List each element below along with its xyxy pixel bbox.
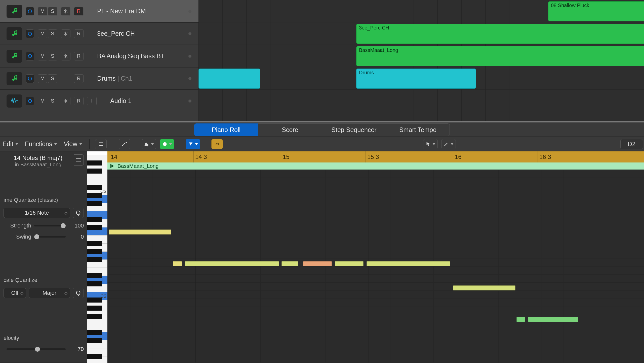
clip[interactable]: 3ee_Perc CH [356,24,644,44]
instrument-icon [7,50,22,63]
track-row[interactable]: MSRBA Analog Seq Bass BT [0,45,198,67]
region-color-icon[interactable] [160,139,174,149]
collapse-icon[interactable] [95,139,107,149]
velocity-label: elocity [4,335,84,341]
track-indicator-icon [188,10,191,13]
scale-quantize-button[interactable]: Q [73,288,84,298]
tab-score[interactable]: Score [258,123,322,136]
edit-menu[interactable]: Edit [1,139,20,149]
ruler-tick: 16 3 [538,151,551,162]
note-indicator: D2 [620,139,643,149]
ruler-tick: 15 [281,151,290,162]
pencil-tool[interactable] [441,139,456,149]
track-name: Audio 1 [110,97,198,105]
swing-slider[interactable]: Swing 0 [4,234,84,240]
clip[interactable] [198,69,260,89]
solo-button[interactable]: S [48,29,57,38]
arrange-area: MSRPL - New Era DMMSR3ee_Perc CHMSRBA An… [0,0,644,121]
solo-button[interactable]: S [48,74,57,83]
ruler-tick: 16 [453,151,462,162]
track-row[interactable]: MSRIAudio 1 [0,90,198,112]
playhead[interactable] [109,151,109,362]
midi-note[interactable] [367,261,450,266]
power-button[interactable] [26,74,34,83]
collapse-inspector-icon[interactable] [73,154,84,166]
time-quantize-select[interactable]: 1/16 Note [4,208,70,218]
record-button[interactable]: R [74,97,84,105]
region-header[interactable]: BassMaaat_Long [107,162,644,170]
midi-note[interactable] [303,261,332,266]
mute-button[interactable]: M [38,29,47,38]
freeze-button[interactable] [61,29,70,38]
link-icon[interactable] [211,139,223,149]
quantize-button[interactable]: Q [73,208,84,218]
automation-curve-icon[interactable] [119,139,130,149]
waveform-icon [7,94,22,108]
freeze-button[interactable] [61,97,70,105]
clip[interactable]: BassMaaat_Long [356,46,644,66]
input-monitor-button[interactable]: I [87,97,97,105]
mute-button[interactable]: M [38,74,47,83]
record-button[interactable]: R [74,7,84,16]
track-row[interactable]: MSR3ee_Perc CH [0,22,198,45]
track-indicator-icon [188,77,191,80]
note-color-icon[interactable] [142,139,156,149]
freeze-button[interactable] [61,52,70,60]
scale-key-select[interactable]: Off [4,288,26,298]
functions-menu[interactable]: Functions [23,139,59,149]
power-button[interactable] [26,97,34,105]
scale-quantize-label: cale Quantize [4,277,84,283]
record-button[interactable]: R [74,52,84,60]
midi-note[interactable] [173,261,182,266]
record-button[interactable]: R [74,74,84,83]
midi-note[interactable] [281,261,298,266]
solo-button[interactable]: S [48,97,57,105]
ruler-tick: 15 3 [366,151,379,162]
power-button[interactable] [26,7,34,16]
mute-button[interactable]: M [38,52,47,60]
solo-button[interactable]: S [48,7,57,16]
strength-slider[interactable]: Strength 100 [4,222,84,229]
midi-note[interactable] [516,317,525,322]
track-name: 3ee_Perc CH [97,30,198,37]
record-button[interactable]: R [74,29,84,38]
freeze-button[interactable] [61,7,70,16]
svg-point-6 [126,142,127,143]
midi-note[interactable] [453,285,515,290]
piano-keys[interactable]: C3C2 [87,151,107,362]
power-button[interactable] [26,29,34,38]
power-button[interactable] [26,52,34,60]
track-name: BA Analog Seq Bass BT [97,52,198,60]
track-name: PL - New Era DM [97,8,198,15]
play-region-icon[interactable] [110,164,115,168]
pointer-tool[interactable] [423,139,438,149]
editor-toolbar: Edit Functions View D2 [0,137,644,151]
view-menu[interactable]: View [62,139,84,149]
mute-button[interactable]: M [38,97,47,105]
tab-piano-roll[interactable]: Piano Roll [194,123,258,136]
svg-point-7 [145,145,146,146]
instrument-icon [7,5,22,18]
midi-note[interactable] [528,317,578,322]
midi-note[interactable] [185,261,279,266]
clip[interactable]: Drums [356,69,476,89]
mute-button[interactable]: M [38,7,47,16]
clip[interactable]: 08 Shallow Pluck [548,1,644,21]
tab-smart-tempo[interactable]: Smart Tempo [386,123,450,136]
solo-button[interactable]: S [48,52,57,60]
selection-title: 14 Notes (B maj7) [4,154,73,161]
track-indicator-icon [188,32,191,35]
instrument-icon [7,72,22,85]
note-grid[interactable]: 1414 31515 31616 3 BassMaaat_Long [107,151,644,362]
clip-canvas[interactable]: 08 Shallow Pluck3ee_Perc CHBassMaaat_Lon… [198,0,644,121]
velocity-slider[interactable]: 70 [4,346,84,352]
bar-ruler[interactable]: 1414 31515 31616 3 [107,151,644,162]
midi-filter-icon[interactable] [186,139,200,149]
tab-step-sequencer[interactable]: Step Sequencer [322,123,386,136]
midi-note[interactable] [335,261,364,266]
midi-note[interactable] [109,229,171,235]
track-row[interactable]: MSRPL - New Era DM [0,0,198,22]
track-row[interactable]: MSRDrums | Ch1 [0,67,198,90]
editor-tabs: Piano RollScoreStep SequencerSmart Tempo [0,123,644,137]
scale-mode-select[interactable]: Major [29,288,70,298]
